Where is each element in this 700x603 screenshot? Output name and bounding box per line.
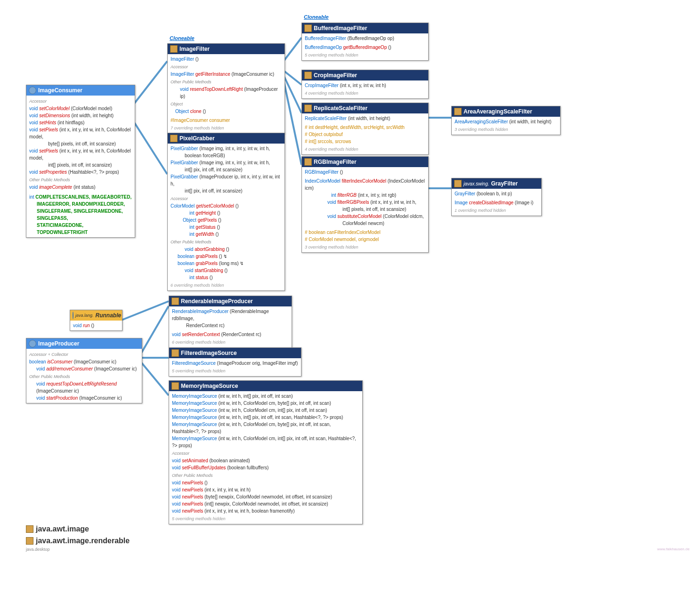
package-label: java.awt.image	[26, 525, 89, 533]
cloneable-tag: Cloneable	[170, 35, 195, 41]
class-body: RGBImageFilter () IndexColorModel filter…	[302, 167, 428, 252]
class-header: RGBImageFilter	[302, 157, 428, 167]
class-cropimagefilter[interactable]: CropImageFilter CropImageFilter (int x, …	[301, 70, 429, 99]
class-body: void run ()	[70, 321, 122, 330]
class-runnable[interactable]: java.lang.Runnable void run ()	[70, 310, 122, 331]
cloneable-tag: Cloneable	[304, 14, 329, 20]
class-icon	[170, 135, 178, 142]
class-body: BufferedImageFilter (BufferedImageOp op)…	[302, 33, 428, 60]
class-body: ImageFilter () Accessor ImageFilter getF…	[168, 54, 285, 133]
class-header: CropImageFilter	[302, 70, 428, 80]
class-grayfilter[interactable]: javax.swing.GrayFilter GrayFilter (boole…	[451, 178, 542, 216]
svg-line-0	[134, 61, 167, 104]
class-title: MemoryImageSource	[181, 383, 238, 389]
class-title: ImageFilter	[179, 46, 210, 52]
class-title: CropImageFilter	[314, 72, 357, 79]
class-body: RenderableImageProducer (RenderableImage…	[169, 306, 292, 347]
class-pixelgrabber[interactable]: PixelGrabber PixelGrabber (Image img, in…	[167, 133, 285, 291]
class-body: Accessor + Collector boolean isConsumer …	[26, 349, 142, 403]
class-memoryimagesource[interactable]: MemoryImageSource MemoryImageSource (int…	[169, 380, 363, 524]
class-title: RenderableImageProducer	[181, 298, 253, 305]
package-icon	[26, 525, 33, 533]
class-icon	[304, 24, 312, 32]
class-header: RenderableImageProducer	[169, 296, 292, 306]
class-header: java.lang.Runnable	[70, 310, 122, 321]
class-title: PixelGrabber	[179, 135, 215, 142]
svg-line-4	[284, 75, 301, 113]
class-title: BufferedImageFilter	[314, 25, 367, 32]
class-body: PixelGrabber (Image img, int x, int y, i…	[168, 144, 285, 290]
interface-icon	[73, 312, 73, 319]
class-header: ImageConsumer	[26, 85, 135, 96]
watermark: www.falkhausen.de	[657, 547, 690, 551]
class-icon	[171, 349, 179, 357]
class-icon	[304, 105, 312, 112]
class-body: Accessor void setColorModel (ColorModel …	[26, 96, 135, 237]
package-label: java.awt.image.renderable	[26, 537, 130, 545]
class-filteredimagesource[interactable]: FilteredImageSource FilteredImageSource …	[169, 347, 301, 377]
class-body: ReplicateScaleFilter (int width, int hei…	[302, 113, 428, 154]
class-replicatescalefilter[interactable]: ReplicateScaleFilter ReplicateScaleFilte…	[301, 103, 429, 155]
class-icon	[171, 297, 179, 305]
class-rgbimagefilter[interactable]: RGBImageFilter RGBImageFilter () IndexCo…	[301, 156, 429, 253]
class-imageconsumer[interactable]: ImageConsumer Accessor void setColorMode…	[26, 85, 135, 238]
class-title: ImageProducer	[38, 340, 79, 347]
svg-line-1	[134, 122, 167, 174]
svg-line-5	[284, 80, 301, 165]
class-title: AreaAveragingScaleFilter	[464, 108, 532, 115]
class-renderableimageproducer[interactable]: RenderableImageProducer RenderableImageP…	[169, 296, 292, 348]
class-body: MemoryImageSource (int w, int h, int[] p…	[169, 391, 362, 524]
svg-line-9	[141, 306, 169, 353]
class-title: ReplicateScaleFilter	[314, 105, 367, 112]
class-header: ImageProducer	[26, 338, 142, 349]
class-icon	[171, 382, 179, 390]
class-imagefilter[interactable]: ImageFilter ImageFilter () Accessor Imag…	[167, 43, 285, 134]
class-icon	[170, 45, 178, 53]
package-icon	[26, 537, 33, 545]
class-header: AreaAveragingScaleFilter	[452, 106, 560, 117]
interface-icon	[29, 87, 36, 94]
class-imageproducer[interactable]: ImageProducer Accessor + Collector boole…	[26, 338, 142, 403]
class-body: CropImageFilter (int x, int y, int w, in…	[302, 80, 428, 98]
class-icon	[454, 108, 462, 115]
class-header: FilteredImageSource	[169, 348, 301, 358]
class-body: AreaAveragingScaleFilter (int width, int…	[452, 117, 560, 135]
interface-icon	[29, 340, 36, 347]
class-title: GrayFilter	[491, 180, 518, 187]
class-areaaveragingscalefilter[interactable]: AreaAveragingScaleFilter AreaAveragingSc…	[451, 106, 561, 135]
class-header: ImageFilter	[168, 44, 285, 54]
svg-line-8	[122, 301, 169, 320]
svg-line-3	[284, 71, 301, 85]
module-label: java.desktop	[26, 547, 50, 552]
class-header: javax.swing.GrayFilter	[452, 178, 541, 189]
class-icon	[304, 158, 312, 166]
class-bufferedimagefilter[interactable]: BufferedImageFilter BufferedImageFilter …	[301, 23, 429, 61]
class-title: FilteredImageSource	[181, 350, 237, 356]
class-header: PixelGrabber	[168, 133, 285, 144]
svg-line-2	[284, 38, 301, 61]
svg-line-11	[141, 362, 169, 395]
class-body: FilteredImageSource (ImageProducer orig,…	[169, 358, 301, 376]
class-body: GrayFilter (boolean b, int p) Image crea…	[452, 189, 541, 216]
class-title: RGBImageFilter	[314, 159, 357, 165]
class-header: MemoryImageSource	[169, 381, 362, 391]
class-header: BufferedImageFilter	[302, 23, 428, 33]
class-icon	[304, 72, 312, 79]
class-header: ReplicateScaleFilter	[302, 103, 428, 113]
class-title: ImageConsumer	[38, 87, 82, 94]
class-title: Runnable	[96, 312, 122, 319]
class-icon	[454, 180, 462, 187]
